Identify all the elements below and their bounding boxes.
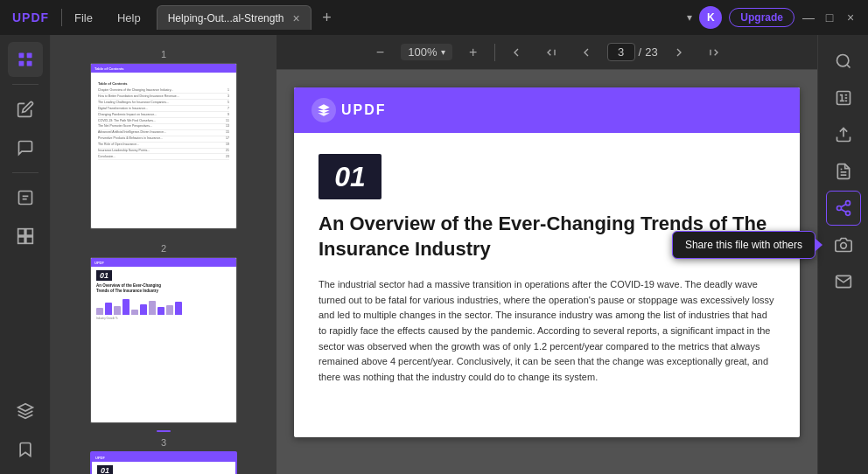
thumbnails-tool-btn[interactable] xyxy=(8,42,43,77)
minimize-btn[interactable]: — xyxy=(802,10,816,24)
export-btn[interactable] xyxy=(826,117,861,152)
pdf-action-icon xyxy=(835,163,852,180)
thumbnails-icon xyxy=(17,51,34,68)
page-total: 23 xyxy=(645,45,657,59)
right-sidebar: Share this file with others xyxy=(817,35,868,474)
fit-width-icon xyxy=(509,45,523,59)
share-tooltip: Share this file with others xyxy=(672,231,822,259)
bar-6 xyxy=(140,304,147,315)
svg-rect-8 xyxy=(25,229,32,236)
svg-rect-7 xyxy=(18,229,24,236)
app-logo: UPDF xyxy=(0,0,61,35)
close-btn[interactable]: × xyxy=(844,10,858,24)
tool-divider-2 xyxy=(12,172,38,173)
next-page-icon xyxy=(672,45,686,59)
thumbnail-panel: 1 Table of Contents Table of Contents Ch… xyxy=(51,35,276,474)
bar-9 xyxy=(166,305,173,315)
layers-btn[interactable] xyxy=(8,394,43,429)
svg-rect-0 xyxy=(18,53,24,59)
pdf-logo-icon xyxy=(317,103,331,117)
search-icon xyxy=(835,52,852,70)
svg-rect-1 xyxy=(26,53,32,59)
thumbnail-page-1[interactable]: 1 Table of Contents Table of Contents Ch… xyxy=(51,42,276,236)
maximize-btn[interactable]: □ xyxy=(822,10,836,24)
titlebar-menu: File Help xyxy=(62,0,153,35)
svg-point-14 xyxy=(836,55,848,66)
bar-4 xyxy=(122,299,130,315)
menu-help[interactable]: Help xyxy=(105,0,153,35)
left-sidebar xyxy=(0,35,51,474)
prev-page-btn[interactable] xyxy=(572,38,600,66)
bar-7 xyxy=(149,301,156,315)
tab-close-btn[interactable]: × xyxy=(290,10,301,26)
tooltip-text: Share this file with others xyxy=(672,231,816,259)
thumbnail-page-2[interactable]: 2 UPDF 01 An Overview of the Ever-Changi… xyxy=(51,236,276,430)
thumbnail-page-3[interactable]: 3 UPDF 01 An Overview of the Ever-Changi… xyxy=(51,430,276,474)
organize-tool-btn[interactable] xyxy=(8,219,43,254)
toc-content: Table of Contents Chapter Overview of th… xyxy=(91,76,236,165)
page-display: / 23 xyxy=(607,43,658,61)
comment-tool-btn[interactable] xyxy=(8,130,43,165)
edit-tool-btn[interactable] xyxy=(8,92,43,127)
pdf-logo: UPDF xyxy=(312,98,387,122)
fit-first-btn[interactable] xyxy=(537,38,565,66)
export-icon xyxy=(835,126,852,143)
last-page-icon xyxy=(707,45,721,59)
content-area: UPDF 01 An Overview of the Ever-Changing… xyxy=(276,70,817,474)
svg-point-23 xyxy=(845,201,850,206)
bar-3 xyxy=(114,306,121,315)
zoom-dropdown-icon: ▾ xyxy=(441,47,445,57)
first-page-icon xyxy=(544,45,558,59)
email-icon xyxy=(835,273,852,290)
upgrade-button[interactable]: Upgrade xyxy=(729,8,794,27)
new-tab-btn[interactable]: + xyxy=(315,5,340,30)
camera-btn[interactable] xyxy=(826,227,861,262)
bookmark-btn[interactable] xyxy=(8,432,43,467)
logo-text: UPDF xyxy=(12,10,49,24)
svg-rect-16 xyxy=(836,92,850,105)
tabs-area: Helping-Out...al-Strength × + xyxy=(153,0,688,35)
page-3-number: 3 xyxy=(161,437,166,448)
upgrade-label: Upgrade xyxy=(740,11,783,24)
zoom-level: 100% xyxy=(408,45,437,59)
form-tool-btn[interactable] xyxy=(8,180,43,215)
last-page-btn[interactable] xyxy=(700,38,728,66)
thumb-img-1[interactable]: Table of Contents Table of Contents Chap… xyxy=(90,63,237,229)
share-icon xyxy=(835,199,852,217)
svg-line-26 xyxy=(841,209,846,212)
avatar[interactable]: K xyxy=(699,6,722,29)
fit-width-btn[interactable] xyxy=(502,38,530,66)
next-page-btn[interactable] xyxy=(665,38,693,66)
tooltip-arrow xyxy=(816,239,822,251)
thumb-img-3[interactable]: UPDF 01 An Overview of the Ever-Changing… xyxy=(90,451,237,474)
ocr-btn[interactable] xyxy=(826,80,861,115)
bar-8 xyxy=(158,307,164,315)
pdf-body: 01 An Overview of the Ever-Changing Tren… xyxy=(294,133,800,406)
menu-file[interactable]: File xyxy=(62,0,105,35)
search-right-btn[interactable] xyxy=(826,44,861,79)
toolbar: − 100% ▾ + xyxy=(276,35,817,70)
main-area: 1 Table of Contents Table of Contents Ch… xyxy=(0,35,868,474)
layers-icon xyxy=(17,402,34,420)
svg-point-24 xyxy=(836,206,841,211)
pdf-action-btn[interactable] xyxy=(826,154,861,189)
page-separator: / xyxy=(639,45,642,59)
tabs-dropdown-btn[interactable]: ▾ xyxy=(687,11,692,24)
svg-rect-4 xyxy=(18,192,32,205)
share-btn[interactable] xyxy=(826,191,861,226)
titlebar-right: ▾ K Upgrade — □ × xyxy=(687,6,868,29)
email-btn[interactable] xyxy=(826,264,861,299)
form-icon xyxy=(17,189,34,206)
page-input[interactable] xyxy=(607,43,635,61)
svg-point-25 xyxy=(845,211,850,215)
chart-label: Industry Growth % xyxy=(96,317,231,320)
zoom-in-btn[interactable]: + xyxy=(459,38,487,66)
titlebar: UPDF File Help Helping-Out...al-Strength… xyxy=(0,0,868,35)
thumb-img-2[interactable]: UPDF 01 An Overview of the Ever-Changing… xyxy=(90,257,237,423)
zoom-out-btn[interactable]: − xyxy=(366,38,394,66)
active-tab[interactable]: Helping-Out...al-Strength × xyxy=(157,5,312,30)
svg-rect-10 xyxy=(25,237,32,244)
bar-2 xyxy=(105,303,112,315)
bar-5 xyxy=(131,310,138,315)
zoom-display[interactable]: 100% ▾ xyxy=(401,44,452,60)
